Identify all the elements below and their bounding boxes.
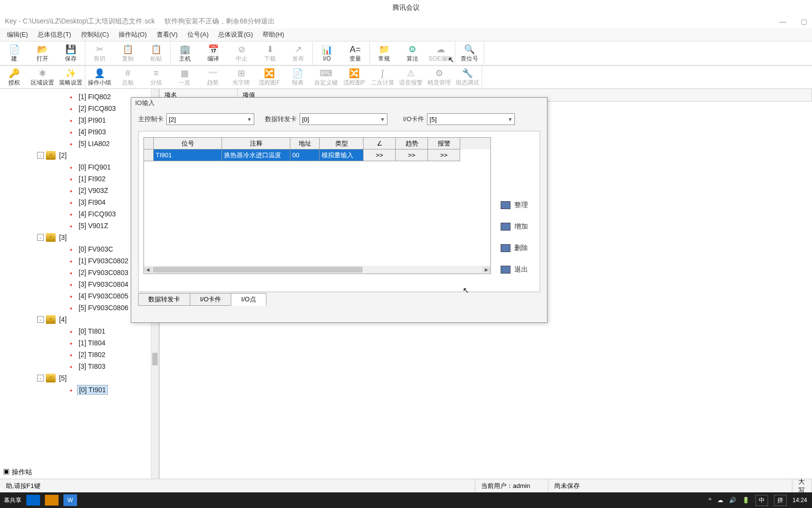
delete-button[interactable]: 删除	[501, 244, 535, 253]
menu-item-5[interactable]: 位号(A)	[183, 29, 213, 40]
趋势-icon: 〰	[208, 68, 217, 79]
tree-expander[interactable]: -	[37, 375, 44, 381]
tree-item[interactable]: ⬥[3] TI803	[1, 360, 158, 372]
data-forward-combo[interactable]: [0]▼	[300, 113, 387, 125]
tray-battery-icon[interactable]: 🔋	[742, 497, 750, 504]
tab-io-point[interactable]: I/O点	[231, 293, 266, 306]
tree-label: [5] LIA802	[77, 139, 111, 148]
toolbar-分组: ≡分组	[142, 66, 170, 88]
io-card-combo[interactable]: [5]▼	[427, 113, 515, 125]
tree-label: [2] V903Z	[77, 186, 110, 195]
dialog-title: IO输入	[131, 98, 547, 108]
grid-header-tag[interactable]: 位号	[154, 138, 222, 149]
add-button[interactable]: 增加	[501, 222, 535, 231]
tab-data-forward[interactable]: 数据转发卡	[138, 293, 190, 306]
tag-icon: ⬥	[66, 303, 75, 312]
grid-header-note[interactable]: 注释	[222, 138, 290, 149]
tree-item[interactable]: ⬥[2] TI802	[1, 349, 158, 360]
toolbar-常规[interactable]: 📁常规	[370, 42, 398, 65]
taskbar-app2-icon[interactable]	[45, 495, 59, 506]
menu-item-6[interactable]: 总体设置(G)	[213, 29, 258, 40]
tree-expander[interactable]: -	[37, 152, 44, 159]
menu-item-3[interactable]: 操作站(O)	[114, 29, 152, 40]
toolbar-中止: ⊘中止	[227, 42, 256, 65]
menu-item-4[interactable]: 查看(V)	[152, 29, 183, 40]
ime-mode[interactable]: 拼	[774, 495, 787, 506]
grid-header-angle[interactable]: ∠	[364, 138, 396, 149]
tree-item[interactable]: ⬥[0] TI901	[1, 384, 158, 396]
cell-tag[interactable]: TI901	[154, 149, 222, 161]
tag-icon: ⬥	[66, 104, 75, 113]
tree-expander[interactable]: -	[37, 316, 44, 323]
cell-addr[interactable]: 00	[290, 149, 320, 161]
card-icon: ▮	[46, 315, 56, 324]
status-user: 当前用户：admin	[475, 479, 548, 492]
main-card-combo[interactable]: [2]▼	[166, 113, 254, 125]
tree-label: [3]	[58, 233, 68, 242]
menu-item-2[interactable]: 控制站(C)	[76, 29, 114, 40]
minimize-button[interactable]: —	[779, 18, 786, 25]
menu-item-0[interactable]: 编辑(E)	[2, 29, 33, 40]
cell-note[interactable]: 换热器冷水进口温度	[222, 149, 290, 161]
toolbar-label: 变量	[349, 55, 361, 63]
toolbar-打开[interactable]: 📂打开	[28, 42, 57, 65]
toolbar-查位号[interactable]: 🔍查位号	[455, 42, 484, 65]
tray-cloud-icon[interactable]: ☁	[717, 497, 723, 504]
tree-item[interactable]: ⬥[0] TI801	[1, 325, 158, 337]
toolbar-编译[interactable]: 📅编译	[199, 42, 227, 65]
toolbar-label: 下载	[264, 55, 276, 63]
toolbar-区域设置[interactable]: ⚛区域设置	[28, 66, 57, 88]
tray-up-icon[interactable]: ^	[709, 497, 711, 504]
toolbar-保存[interactable]: 💾保存	[57, 42, 85, 65]
maximize-button[interactable]: ▢	[801, 18, 807, 25]
toolbar-label: 一览	[179, 79, 190, 87]
tag-icon: ⬥	[66, 327, 75, 336]
toolbar-I/O[interactable]: 📊I/O	[313, 42, 341, 65]
toolbar-变量[interactable]: A=变量	[341, 42, 369, 65]
编译-icon: 📅	[208, 44, 219, 55]
主机-icon: 🏢	[180, 44, 190, 55]
grid-header-trend[interactable]: 趋势	[396, 138, 428, 149]
toolbar-建[interactable]: 📄建	[0, 42, 28, 65]
grid-header-addr[interactable]: 地址	[290, 138, 320, 149]
table-row[interactable]: TI901 换热器冷水进口温度 00 模拟量输入 >> >> >>	[144, 149, 490, 161]
toolbar-label: SOE编辑	[428, 55, 452, 63]
查位号-icon: 🔍	[464, 44, 475, 55]
exit-button[interactable]: 退出	[501, 265, 535, 274]
ime-lang[interactable]: 中	[755, 495, 768, 506]
cell-btn3[interactable]: >>	[428, 149, 460, 161]
toolbar-策略设置[interactable]: ✨策略设置	[57, 66, 85, 88]
cell-type[interactable]: 模拟量输入	[320, 149, 364, 161]
toolbar-主机[interactable]: 🏢主机	[171, 42, 199, 65]
cell-btn2[interactable]: >>	[396, 149, 428, 161]
taskbar-wps-icon[interactable]: W	[63, 494, 77, 506]
cell-btn1[interactable]: >>	[364, 149, 396, 161]
toolbar-算法[interactable]: ⚙算法	[398, 42, 426, 65]
chevron-down-icon: ▼	[380, 117, 385, 122]
tray-volume-icon[interactable]: 🔊	[729, 497, 736, 504]
taskbar-app1-icon[interactable]	[26, 495, 40, 506]
grid-header-type[interactable]: 类型	[320, 138, 364, 149]
toolbar-光字牌: ⊞光字牌	[227, 66, 255, 88]
tab-io-card[interactable]: I/O卡件	[190, 293, 231, 306]
toolbar-授权[interactable]: 🔑授权	[0, 66, 28, 88]
organize-button[interactable]: 整理	[501, 201, 535, 210]
menu-item-1[interactable]: 总体信息(T)	[33, 29, 76, 40]
tree-item[interactable]: ⬥[1] TI804	[1, 337, 158, 349]
grid-header-blank	[144, 138, 154, 149]
io-grid[interactable]: 位号 注释 地址 类型 ∠ 趋势 报警 TI901 换热器冷水进口温度 00 模…	[143, 137, 491, 274]
tree-item[interactable]: -▮[5]	[1, 372, 158, 384]
io-card-label: I/O卡件	[403, 115, 424, 124]
menu-item-7[interactable]: 帮助(H)	[258, 29, 289, 40]
tree-label: [4] FV903C0805	[77, 292, 130, 300]
tree-expander[interactable]: -	[37, 234, 44, 241]
toolbar-操作小组[interactable]: 👤操作小组	[85, 66, 114, 88]
tag-icon: ⬥	[66, 174, 75, 183]
报表-icon: 📄	[292, 68, 303, 79]
grid-header-alarm[interactable]: 报警	[428, 138, 460, 149]
taskbar: 幕共享 W ^ ☁ 🔊 🔋 中 拼 14:24	[0, 492, 812, 508]
grid-h-scrollbar[interactable]: ◄►	[144, 266, 490, 274]
taskbar-clock[interactable]: 14:24	[792, 497, 807, 504]
toolbar-组态调试: 🔧组态调试	[453, 66, 482, 88]
toolbar-label: 流程图P	[344, 79, 365, 87]
